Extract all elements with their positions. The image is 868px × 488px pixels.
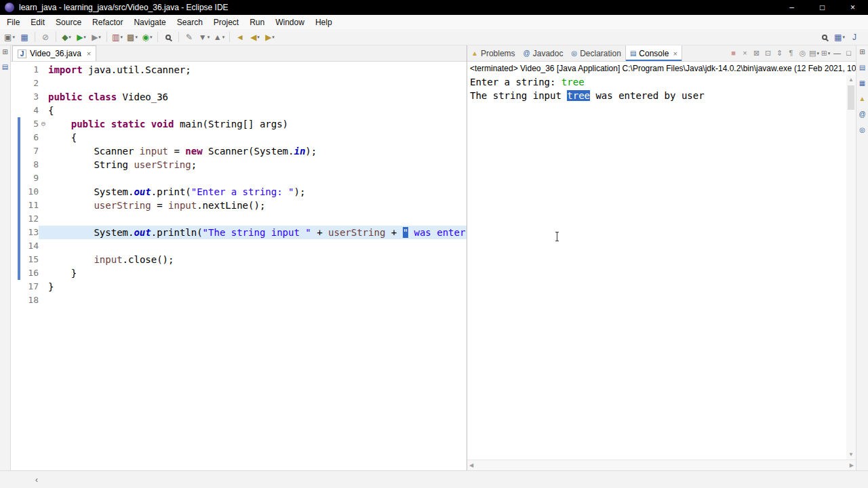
menu-help[interactable]: Help bbox=[310, 18, 338, 27]
menu-source[interactable]: Source bbox=[50, 18, 87, 27]
code-line[interactable]: 12 bbox=[11, 212, 467, 226]
scrollbar-thumb[interactable] bbox=[848, 85, 854, 110]
code-line[interactable]: 17} bbox=[11, 280, 467, 293]
run-icon[interactable]: ▶▾ bbox=[75, 30, 88, 44]
code-text: System.out.println("The string input " +… bbox=[48, 226, 467, 239]
close-tab-icon[interactable]: × bbox=[87, 49, 91, 58]
window-controls: – □ × bbox=[776, 0, 868, 15]
fold-marker bbox=[39, 266, 48, 280]
back-history-icon[interactable]: ◀▾ bbox=[248, 30, 262, 44]
problems-view-shortcut-icon[interactable]: ▲ bbox=[858, 94, 867, 104]
java-perspective-icon[interactable]: J bbox=[848, 30, 861, 44]
code-line[interactable]: 14 bbox=[11, 239, 467, 253]
coverage-icon[interactable]: ▥▾ bbox=[111, 30, 124, 44]
code-line[interactable]: 2 bbox=[11, 77, 467, 90]
search-icon[interactable] bbox=[818, 30, 831, 44]
run-external-tools-icon[interactable]: ▶▾ bbox=[90, 30, 103, 44]
line-number: 15 bbox=[22, 253, 39, 266]
package-explorer-shortcut-icon[interactable]: ▤ bbox=[1, 62, 10, 72]
next-annotation-icon[interactable]: ▼▾ bbox=[197, 30, 211, 44]
new-java-project-icon[interactable]: ▩▾ bbox=[125, 30, 139, 44]
tab-javadoc[interactable]: @Javadoc bbox=[519, 45, 568, 61]
debug-icon[interactable]: ◆▾ bbox=[60, 30, 73, 44]
tab-declaration[interactable]: ◎Declaration bbox=[567, 45, 625, 61]
last-edit-location-icon[interactable]: ◄ bbox=[233, 30, 247, 44]
tab-video-36-java[interactable]: J Video_36.java × bbox=[12, 45, 96, 61]
outline-view-shortcut-icon[interactable]: ▤ bbox=[858, 63, 867, 73]
code-line[interactable]: 13 System.out.println("The string input … bbox=[11, 226, 467, 239]
code-line[interactable]: 18 bbox=[11, 293, 467, 307]
menu-project[interactable]: Project bbox=[208, 18, 244, 27]
code-line[interactable]: 8 String userString; bbox=[11, 158, 467, 171]
clear-console-icon[interactable]: ⊡ bbox=[762, 47, 774, 60]
fold-marker[interactable]: ⊖ bbox=[39, 117, 48, 131]
editor-body[interactable]: 1import java.util.Scanner;23public class… bbox=[11, 62, 467, 470]
code-line[interactable]: 10 System.out.print("Enter a string: "); bbox=[11, 185, 467, 199]
restore-left-views-icon[interactable]: ⊞ bbox=[1, 47, 10, 57]
code-line[interactable]: 15 input.close(); bbox=[11, 253, 467, 266]
menu-window[interactable]: Window bbox=[270, 18, 310, 27]
word-wrap-icon[interactable]: ¶ bbox=[785, 47, 797, 60]
declaration-view-shortcut-icon[interactable]: ◎ bbox=[858, 125, 867, 135]
scroll-right-icon[interactable]: ▶ bbox=[850, 461, 854, 470]
dropdown-arrow-icon: ▾ bbox=[257, 35, 260, 40]
close-view-icon[interactable]: × bbox=[673, 49, 677, 58]
console-horizontal-scrollbar[interactable]: ◀ ▶ bbox=[467, 460, 856, 470]
toolbar-separator bbox=[229, 32, 230, 42]
restore-right-views-icon[interactable]: ⊞ bbox=[858, 47, 867, 57]
title-bar: learn_java - learning_java/src/Video_36.… bbox=[0, 0, 868, 15]
view-tabbar-tabs: ▲Problems@Javadoc◎Declaration▤Console× bbox=[467, 45, 682, 61]
new-wizard-icon[interactable]: ▣▾ bbox=[3, 30, 16, 44]
code-line[interactable]: 6 { bbox=[11, 131, 467, 144]
scroll-up-icon[interactable]: ▲ bbox=[848, 75, 854, 85]
console-vertical-scrollbar[interactable]: ▲ ▼ bbox=[846, 75, 856, 460]
menu-run[interactable]: Run bbox=[244, 18, 270, 27]
forward-history-icon[interactable]: ▶▾ bbox=[263, 30, 277, 44]
code-line[interactable]: 4{ bbox=[11, 104, 467, 117]
skip-all-breakpoints-icon[interactable]: ⊘ bbox=[39, 30, 52, 44]
open-perspective-icon[interactable]: ▦▾ bbox=[833, 30, 846, 44]
previous-annotation-icon[interactable]: ▲▾ bbox=[212, 30, 226, 44]
menu-file[interactable]: File bbox=[1, 18, 25, 27]
terminate-icon[interactable]: ■ bbox=[728, 47, 739, 60]
javadoc-view-shortcut-icon[interactable]: @ bbox=[858, 110, 867, 119]
dropdown-arrow-icon: ▾ bbox=[222, 35, 225, 40]
remove-launch-icon[interactable]: × bbox=[739, 47, 751, 60]
code-line[interactable]: 16 } bbox=[11, 266, 467, 280]
menu-refactor[interactable]: Refactor bbox=[87, 18, 128, 27]
save-icon[interactable]: ▦ bbox=[18, 30, 31, 44]
console-body[interactable]: Enter a string: treeThe string input tre… bbox=[467, 75, 856, 460]
new-java-class-icon[interactable]: ◉▾ bbox=[140, 30, 154, 44]
menu-edit[interactable]: Edit bbox=[25, 18, 50, 27]
annotation-ruler-cell bbox=[11, 280, 18, 293]
tab-problems[interactable]: ▲Problems bbox=[467, 45, 519, 61]
code-line[interactable]: 11 userString = input.nextLine(); bbox=[11, 199, 467, 212]
mark-occurrences-icon[interactable]: ✎ bbox=[182, 30, 196, 44]
remove-all-launches-icon[interactable]: ⊠ bbox=[751, 47, 762, 60]
scroll-lock-icon[interactable]: ⇕ bbox=[774, 47, 785, 60]
maximize-window-button[interactable]: □ bbox=[807, 0, 837, 15]
display-selected-console-icon[interactable]: ▤▾ bbox=[808, 47, 820, 60]
editor-scroll-back-icon[interactable]: ‹ bbox=[35, 475, 38, 485]
open-search-icon[interactable] bbox=[161, 30, 175, 44]
code-line[interactable]: 9 bbox=[11, 171, 467, 185]
fold-marker bbox=[39, 293, 48, 307]
menu-search[interactable]: Search bbox=[172, 18, 208, 27]
tab-console[interactable]: ▤Console× bbox=[625, 45, 682, 61]
scroll-left-icon[interactable]: ◀ bbox=[469, 461, 473, 470]
maximize-view-icon[interactable]: □ bbox=[843, 47, 854, 60]
code-line[interactable]: 1import java.util.Scanner; bbox=[11, 63, 467, 77]
close-window-button[interactable]: × bbox=[837, 0, 868, 15]
minimize-window-button[interactable]: – bbox=[776, 0, 807, 15]
menu-navigate[interactable]: Navigate bbox=[128, 18, 171, 27]
code-line[interactable]: 5⊖ public static void main(String[] args… bbox=[11, 117, 467, 131]
annotation-ruler-cell bbox=[11, 253, 18, 266]
pin-console-icon[interactable]: ◎ bbox=[797, 47, 808, 60]
task-list-view-shortcut-icon[interactable]: ▦ bbox=[858, 79, 867, 88]
code-line[interactable]: 7 Scanner input = new Scanner(System.in)… bbox=[11, 144, 467, 158]
scroll-down-icon[interactable]: ▼ bbox=[848, 450, 854, 460]
code-text: Scanner input = new Scanner(System.in); bbox=[48, 144, 467, 158]
open-console-icon[interactable]: ⊞▾ bbox=[820, 47, 831, 60]
code-line[interactable]: 3public class Video_36 bbox=[11, 90, 467, 104]
minimize-view-icon[interactable]: — bbox=[831, 47, 843, 60]
